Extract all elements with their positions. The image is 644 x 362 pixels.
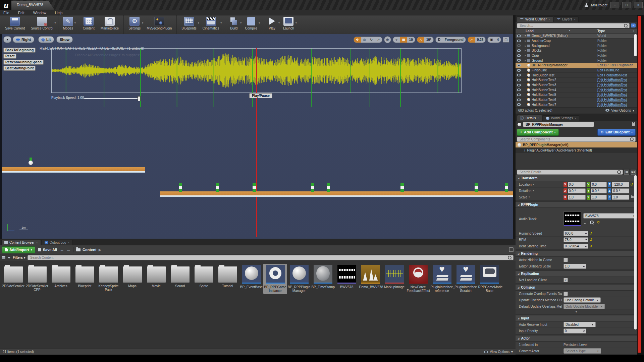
level-viewport[interactable]: ▾ Right Lit Show REFLECTION CAPTURES NEE… <box>2 34 513 239</box>
reset-to-default-icon[interactable]: ↺ <box>589 238 592 242</box>
close-icon[interactable]: × <box>538 116 539 120</box>
checkbox-unchecked[interactable] <box>564 292 568 296</box>
filters-button[interactable]: Filters ▾ <box>13 256 25 259</box>
close-button[interactable]: × <box>634 2 643 8</box>
tab-world-outliner[interactable]: World Outliner × <box>517 16 553 22</box>
camera-count-icon[interactable]: ▣ <box>488 37 495 43</box>
tab-world-settings[interactable]: World Settings × <box>543 115 579 121</box>
toolbar-button[interactable]: ▾ Blueprints <box>178 15 199 34</box>
content-item[interactable]: 2DSideScroller CPP <box>25 264 49 294</box>
chevron-down-icon[interactable]: ▾ <box>278 21 280 24</box>
checkbox-unchecked[interactable] <box>564 258 568 262</box>
actor-type-link[interactable]: Edit HoldButtonTest <box>597 78 637 82</box>
outliner-row[interactable]: BP_RPPPluginManager Edit BP_RPPPluginMan <box>516 63 637 68</box>
toolbar-button[interactable]: ▾ Compile <box>242 15 260 34</box>
section-header[interactable]: ◢ Actor <box>516 336 637 342</box>
chevron-down-icon[interactable]: ▾ <box>533 189 534 192</box>
tab-details[interactable]: i Details × <box>517 115 542 121</box>
rotation-snap-value[interactable]: 10° <box>424 37 433 43</box>
actor-type-link[interactable]: Folder <box>597 54 637 57</box>
actor-type-link[interactable]: Folder <box>597 49 637 52</box>
add-actor-icon[interactable]: + <box>631 23 636 27</box>
toolbar-button[interactable]: Save Current <box>2 15 28 34</box>
content-item[interactable]: RPPGameMode Base <box>478 264 501 294</box>
content-item[interactable]: Blueprint <box>73 264 97 294</box>
content-item[interactable]: Maps <box>120 264 144 294</box>
scale-tool-icon[interactable]: ↗ <box>375 37 382 43</box>
outliner-row[interactable]: HoldButtonTest4 Edit HoldButtonTest <box>516 87 637 93</box>
running-speed-field[interactable]: 600.0▴▾ <box>564 231 588 236</box>
actor-type-link[interactable]: Edit HoldButtonTest <box>597 83 637 87</box>
content-item[interactable]: BP_EventBase <box>239 264 263 294</box>
level-tab[interactable]: Demo_BWV578 <box>11 1 55 10</box>
toolbar-button[interactable]: ▾ Modes <box>60 15 76 34</box>
camera-speed-icon[interactable]: ↗ <box>468 37 475 43</box>
camera-speed-value[interactable]: 0.25 <box>475 37 485 43</box>
camera-count-value[interactable]: 4 <box>495 37 501 43</box>
menu-item[interactable]: Edit <box>18 11 24 15</box>
content-item[interactable]: BP_RPPPlugin Manager <box>287 264 311 294</box>
use-selected-asset-icon[interactable]: ← <box>583 221 587 225</box>
lock-icon[interactable] <box>632 123 635 126</box>
outliner-row[interactable]: Demo_BWV578 (Editor) World <box>516 34 637 39</box>
x-value-field[interactable]: 0.0 <box>568 182 586 187</box>
grid-snap-icon[interactable]: ▦ <box>400 37 407 43</box>
actor-type-link[interactable]: Edit HoldButtonTest <box>597 88 637 92</box>
outliner-row[interactable]: HoldButtonTest7 Edit HoldButtonTest <box>516 102 637 107</box>
outliner-column-header[interactable]: ▲ Label Type ▾ <box>516 29 637 34</box>
outliner-scrollbar[interactable] <box>634 34 637 56</box>
details-scrollbar[interactable] <box>634 175 637 329</box>
reset-to-default-icon[interactable]: ↺ <box>630 182 633 187</box>
toolbar-button[interactable]: MySecondPlugin <box>144 15 175 34</box>
eye-icon[interactable] <box>517 35 521 37</box>
toolbar-button[interactable]: ▾ Launch <box>280 15 297 34</box>
toolbar-button[interactable]: Marketplace <box>98 15 122 34</box>
chevron-down-icon[interactable]: ▾ <box>220 21 222 24</box>
x-value-field[interactable]: 1.0 <box>568 195 586 200</box>
expand-advanced-icon[interactable]: ▼ <box>516 310 637 314</box>
menu-item[interactable]: Help <box>55 11 63 15</box>
actor-type-link[interactable]: Edit FinishLine <box>597 68 637 72</box>
section-header[interactable]: ◢ Collision <box>516 285 637 291</box>
chevron-down-icon[interactable]: ▾ <box>240 21 241 24</box>
overlay-button[interactable]: BeatStartingPoint <box>3 66 36 71</box>
search-content-input[interactable] <box>30 255 506 260</box>
outliner-row[interactable]: Blocks Folder <box>516 48 637 53</box>
close-icon[interactable]: × <box>574 18 576 21</box>
actor-type-link[interactable]: Edit HoldButtonTest <box>597 73 637 77</box>
reset-to-default-icon[interactable]: ↺ <box>589 231 592 236</box>
translate-tool-icon[interactable]: ✥ <box>354 37 361 43</box>
eye-icon[interactable] <box>517 88 521 91</box>
toolbar-button[interactable]: ▾ Play <box>264 15 280 34</box>
content-item[interactable]: Archives <box>49 264 73 294</box>
actor-type-link[interactable]: World <box>597 34 637 38</box>
content-item[interactable]: Sound <box>168 264 192 294</box>
outliner-row[interactable]: HoldButtonTest6 Edit HoldButtonTest <box>516 98 637 103</box>
beat-starting-time-field[interactable]: 0.329054▴▾ <box>564 244 588 249</box>
outliner-search-input[interactable] <box>519 23 622 28</box>
auto-receive-input-dropdown[interactable]: Disabled▼ <box>564 322 596 327</box>
x-value-field[interactable]: 0.0 ° <box>568 188 586 193</box>
content-item[interactable]: BP_RPPGame Instance <box>263 264 287 294</box>
chevron-down-icon[interactable]: ▾ <box>55 21 56 24</box>
audio-track-thumbnail[interactable] <box>564 212 581 226</box>
outliner-row[interactable]: Crap Folder <box>516 53 637 58</box>
restore-button[interactable]: □ <box>622 2 631 8</box>
chevron-down-icon[interactable]: ▾ <box>198 21 199 24</box>
content-item[interactable]: NewForce FeedbackEffect <box>406 264 430 294</box>
world-local-toggle-icon[interactable]: ⊕ <box>384 36 391 43</box>
layer-icon[interactable]: D <box>436 37 443 43</box>
eye-icon[interactable] <box>517 84 521 86</box>
section-header[interactable]: ◢ Rendering <box>516 251 637 257</box>
outliner-row[interactable]: AnotherCrap Folder <box>516 39 637 44</box>
eye-icon[interactable] <box>517 69 521 72</box>
outliner-row[interactable]: HoldButtonTest Edit HoldButtonTest <box>516 73 637 78</box>
section-header[interactable]: ◢ Transform <box>516 175 637 181</box>
playback-speed-slider[interactable] <box>84 98 140 99</box>
playhead-line[interactable] <box>256 48 257 237</box>
content-item[interactable]: PluginInterface_ reference <box>430 264 454 294</box>
y-value-field[interactable]: 0.0 <box>591 182 607 187</box>
chevron-down-icon[interactable]: ▾ <box>533 183 534 186</box>
close-icon[interactable]: × <box>548 18 550 21</box>
viewport-options-button[interactable]: ▾ <box>3 36 11 43</box>
